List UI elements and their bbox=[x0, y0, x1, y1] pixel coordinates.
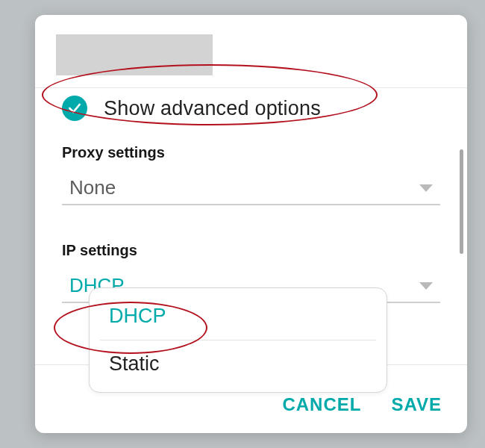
show-advanced-label: Show advanced options bbox=[104, 97, 321, 120]
show-advanced-row[interactable]: Show advanced options bbox=[62, 96, 321, 121]
ip-dropdown: DHCP Static bbox=[89, 287, 387, 393]
ip-select[interactable]: DHCP DHCP Static bbox=[62, 270, 440, 303]
ip-option-dhcp[interactable]: DHCP bbox=[90, 293, 387, 340]
save-button[interactable]: SAVE bbox=[391, 394, 442, 415]
proxy-selected-value: None bbox=[69, 176, 116, 199]
divider bbox=[35, 87, 467, 88]
chevron-down-icon bbox=[419, 282, 433, 290]
ip-section: IP settings DHCP DHCP Static bbox=[62, 242, 440, 303]
chevron-down-icon bbox=[419, 184, 433, 192]
checkbox-checked-icon[interactable] bbox=[62, 96, 87, 121]
scrollbar-thumb[interactable] bbox=[460, 149, 463, 254]
ip-section-label: IP settings bbox=[62, 242, 440, 259]
proxy-section-label: Proxy settings bbox=[62, 144, 440, 161]
ip-option-static[interactable]: Static bbox=[90, 340, 387, 388]
cancel-button[interactable]: CANCEL bbox=[282, 394, 361, 415]
proxy-select[interactable]: None bbox=[62, 172, 440, 205]
settings-dialog: Show advanced options Proxy settings Non… bbox=[35, 15, 467, 433]
dialog-actions: CANCEL SAVE bbox=[282, 394, 442, 415]
proxy-section: Proxy settings None bbox=[62, 144, 440, 205]
ssid-redacted bbox=[56, 34, 213, 75]
